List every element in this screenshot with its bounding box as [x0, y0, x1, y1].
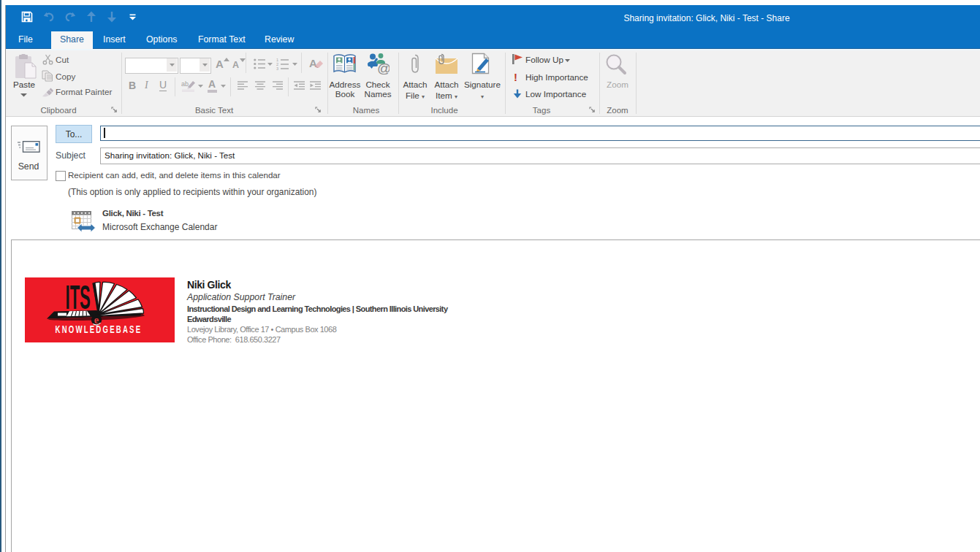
svg-text:3: 3: [276, 66, 278, 70]
svg-text:ITS: ITS: [66, 279, 91, 316]
svg-text:ab: ab: [181, 80, 189, 88]
svg-text:@: @: [377, 61, 390, 74]
